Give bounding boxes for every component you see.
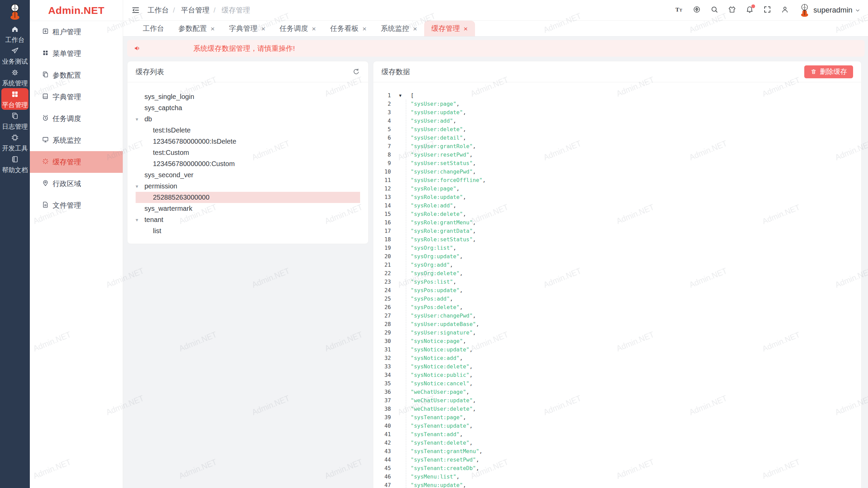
tree-node-label[interactable]: tenant bbox=[144, 216, 163, 224]
sidebar-item[interactable]: 字典管理 bbox=[30, 86, 123, 108]
tree-node[interactable]: ▾ db bbox=[136, 114, 360, 125]
json-line: 28 ▼ "sysUser:updateBase", bbox=[373, 320, 861, 328]
close-icon[interactable]: × bbox=[312, 25, 316, 32]
json-line: 3 ▼ "sysUser:update", bbox=[373, 108, 861, 117]
tree-node[interactable]: ▾ sys_second_ver bbox=[136, 169, 360, 181]
rail-item[interactable]: 开发工具 bbox=[1, 131, 28, 153]
app-logo[interactable] bbox=[8, 3, 22, 22]
close-icon[interactable]: × bbox=[261, 25, 265, 32]
tree-node[interactable]: ▾ list bbox=[136, 225, 360, 237]
brand-wordmark[interactable]: Admin.NET bbox=[30, 0, 123, 21]
breadcrumb-item[interactable]: / 平台管理 bbox=[169, 5, 210, 15]
tree-node-label[interactable]: 252885263000000 bbox=[153, 194, 210, 201]
tab[interactable]: 工作台 × bbox=[136, 21, 171, 36]
search-button[interactable] bbox=[710, 5, 718, 15]
tree-node-label[interactable]: test:Custom bbox=[153, 149, 189, 157]
cache-list-title: 缓存列表 bbox=[136, 67, 164, 77]
tab[interactable]: 任务调度 × bbox=[273, 21, 323, 36]
json-line: 26 ▼ "sysPos:delete", bbox=[373, 303, 861, 311]
tab[interactable]: 任务看板 × bbox=[323, 21, 374, 36]
fold-icon bbox=[131, 6, 140, 15]
collapse-caret-icon[interactable]: ▼ bbox=[399, 93, 401, 98]
tree-node[interactable]: ▾ sys_single_login bbox=[136, 91, 360, 102]
tree-node[interactable]: ▾ 123456780000000:IsDelete bbox=[136, 136, 360, 147]
json-string: "sysPos:delete" bbox=[411, 304, 460, 310]
trash-icon bbox=[810, 68, 817, 75]
line-number: 15 bbox=[373, 211, 391, 217]
tab[interactable]: 参数配置 × bbox=[171, 21, 222, 36]
sidebar-item[interactable]: 任务调度 bbox=[30, 108, 123, 129]
json-line: 44 ▼ "sysTenant:resetPwd", bbox=[373, 455, 861, 464]
tree-node[interactable]: ▾ 123456780000000:Custom bbox=[136, 158, 360, 169]
rail-item[interactable]: 平台管理 bbox=[1, 88, 28, 110]
tree-node-label[interactable]: sys_single_login bbox=[144, 93, 194, 101]
close-icon[interactable]: × bbox=[413, 25, 417, 32]
sidebar-item[interactable]: 菜单管理 bbox=[30, 43, 123, 64]
close-icon[interactable]: × bbox=[211, 25, 215, 32]
json-line: 34 ▼ "sysNotice:public", bbox=[373, 371, 861, 379]
tree-node[interactable]: ▾ sys_wartermark bbox=[136, 203, 360, 214]
tree-node-label[interactable]: db bbox=[144, 115, 152, 123]
language-button[interactable] bbox=[693, 5, 701, 15]
tab[interactable]: 缓存管理 × bbox=[424, 21, 475, 36]
tree-node-label[interactable]: sys_second_ver bbox=[144, 171, 194, 179]
tree-caret-icon[interactable]: ▾ bbox=[136, 116, 138, 122]
tree-node-label[interactable]: sys_wartermark bbox=[144, 205, 192, 212]
sidebar-item[interactable]: 系统监控 bbox=[30, 129, 123, 151]
tree-node-label[interactable]: 123456780000000:IsDelete bbox=[153, 138, 236, 145]
sidebar-item[interactable]: 文件管理 bbox=[30, 195, 123, 216]
tree-node[interactable]: ▾ sys_captcha bbox=[136, 102, 360, 114]
sidebar-item[interactable]: 租户管理 bbox=[30, 21, 123, 43]
rail-item[interactable]: 业务测试 bbox=[1, 45, 28, 66]
tree-node[interactable]: ▾ test:Custom bbox=[136, 147, 360, 158]
tree-node-label[interactable]: 123456780000000:Custom bbox=[153, 160, 235, 168]
breadcrumb-item[interactable]: 工作台 bbox=[147, 5, 169, 15]
chevron-down-icon[interactable] bbox=[855, 7, 861, 13]
fullscreen-button[interactable] bbox=[763, 5, 771, 15]
notification-bell-button[interactable] bbox=[746, 5, 754, 15]
json-string: "sysNotice:add" bbox=[411, 355, 460, 361]
close-icon[interactable]: × bbox=[463, 25, 468, 32]
json-string: "sysPos:list" bbox=[411, 279, 453, 285]
rail-item[interactable]: 工作台 bbox=[1, 23, 28, 45]
line-number: 26 bbox=[373, 304, 391, 310]
tree-caret-icon[interactable]: ▾ bbox=[136, 183, 138, 189]
sidebar-item[interactable]: 参数配置 bbox=[30, 64, 123, 86]
tree-node[interactable]: ▾ tenant bbox=[136, 214, 360, 225]
theme-button[interactable] bbox=[728, 5, 736, 15]
line-number: 10 bbox=[373, 168, 391, 175]
tree-node[interactable]: ▾ permission bbox=[136, 181, 360, 192]
line-number: 23 bbox=[373, 279, 391, 285]
json-line: 31 ▼ "sysNotice:update", bbox=[373, 345, 861, 354]
profile-button[interactable] bbox=[781, 5, 789, 15]
sidebar-item[interactable]: 缓存管理 bbox=[30, 151, 123, 173]
line-number: 16 bbox=[373, 219, 391, 226]
tree-node-label[interactable]: permission bbox=[144, 182, 177, 190]
tree-node[interactable]: ▾ test:IsDelete bbox=[136, 125, 360, 136]
rail-item[interactable]: 日志管理 bbox=[1, 110, 28, 131]
tree-node-label[interactable]: list bbox=[153, 227, 161, 235]
tab[interactable]: 系统监控 × bbox=[374, 21, 424, 36]
tree-caret-icon[interactable]: ▾ bbox=[136, 217, 138, 223]
rail-item[interactable]: 系统管理 bbox=[1, 66, 28, 88]
tree-node-label[interactable]: test:IsDelete bbox=[153, 126, 191, 134]
tab-bar: 工作台 × 参数配置 × 字典管理 × 任务调度 × 任务看板 × bbox=[123, 21, 868, 37]
line-number: 29 bbox=[373, 329, 391, 336]
font-size-button[interactable] bbox=[675, 5, 683, 15]
collapse-sidebar-button[interactable] bbox=[131, 6, 140, 15]
username-label[interactable]: superadmin bbox=[813, 6, 852, 15]
tree-node[interactable]: ▾ 252885263000000 bbox=[136, 192, 360, 203]
sidebar-item[interactable]: 行政区域 bbox=[30, 173, 123, 195]
breadcrumb-item[interactable]: / 缓存管理 bbox=[210, 5, 250, 15]
user-avatar[interactable] bbox=[799, 3, 810, 17]
tab[interactable]: 字典管理 × bbox=[222, 21, 272, 36]
tree-node-label[interactable]: sys_captcha bbox=[144, 104, 182, 112]
refresh-button[interactable] bbox=[352, 68, 360, 76]
line-number: 6 bbox=[373, 135, 391, 141]
rail-item[interactable]: 帮助文档 bbox=[1, 153, 28, 175]
delete-cache-button[interactable]: 删除缓存 bbox=[804, 65, 853, 78]
json-string: "sysTenant:update" bbox=[411, 423, 469, 429]
close-icon[interactable]: × bbox=[362, 25, 367, 32]
json-string: "sysTenant:page" bbox=[411, 414, 463, 421]
main-area: 工作台 / 平台管理 / 缓存管理 bbox=[123, 0, 868, 488]
